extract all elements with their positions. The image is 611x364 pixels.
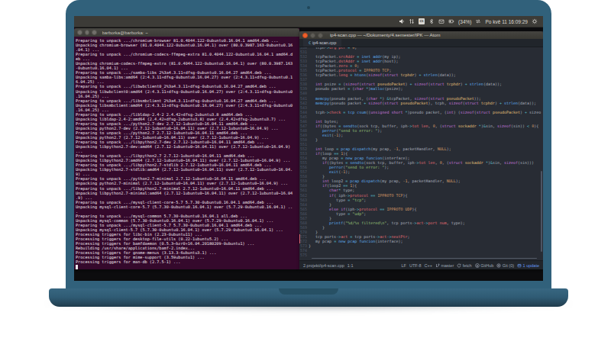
volume-icon[interactable] [399, 18, 405, 24]
branch-icon [435, 263, 440, 268]
session-gear-icon[interactable] [532, 18, 538, 24]
code-row: 575 [299, 253, 543, 257]
atom-maximize-button[interactable] [318, 33, 323, 38]
vertical-scrollbar[interactable] [541, 171, 542, 252]
github-icon [475, 263, 480, 268]
laptop-lid: cs (34%) Po kvě 11 16:09:29 [66, 0, 551, 288]
c-file-icon: C [309, 40, 311, 45]
status-encoding[interactable]: UTF-8 [409, 263, 422, 268]
laptop-base-notch [279, 288, 338, 295]
code-editor[interactable]: 530 tcph->urg_ptr = 0;531532 tcpPacket.s… [299, 47, 543, 260]
terminal-maximize-button[interactable] [92, 30, 97, 35]
terminal-minimize-button[interactable] [85, 30, 90, 35]
keyboard-layout-indicator[interactable]: cs [419, 18, 425, 24]
atom-window: ip4-scan.cpp — ~/Dokumenty/4.semester/IP… [299, 31, 543, 269]
terminal-output[interactable]: Preparing to unpack .../chromium-browser… [74, 37, 299, 269]
code-lines: 530 tcph->urg_ptr = 0;531532 tcpPacket.s… [299, 47, 543, 257]
status-fetch[interactable]: fetch [457, 263, 471, 268]
terminal-window: barborka@barborka: ~ Preparing to unpack… [74, 28, 299, 269]
status-grammar[interactable]: C++ [425, 263, 432, 268]
laptop-base [49, 288, 568, 307]
tab-ip4-scan-cpp[interactable]: C ip4-scan.cpp [303, 39, 341, 47]
git-icon [496, 263, 501, 268]
bluetooth-icon[interactable] [428, 18, 435, 24]
status-line-ending[interactable]: LF [402, 263, 406, 268]
status-updates[interactable]: 1 update [517, 263, 539, 268]
status-github[interactable]: GitHub [475, 263, 494, 268]
terminal-title: barborka@barborka: ~ [102, 31, 148, 35]
atom-tab-bar: C ip4-scan.cpp [299, 39, 543, 47]
sync-icon [457, 263, 461, 268]
tab-label: ip4-scan.cpp [312, 40, 336, 45]
atom-minimize-button[interactable] [310, 33, 315, 38]
horizontal-scrollbar[interactable] [312, 258, 537, 259]
status-cursor-position[interactable]: 1:1 [348, 263, 354, 268]
mail-icon[interactable] [438, 18, 445, 24]
battery-icon[interactable] [448, 18, 454, 24]
atom-titlebar[interactable]: ip4-scan.cpp — ~/Dokumenty/4.semester/IP… [299, 31, 543, 39]
terminal-cursor [76, 265, 78, 269]
screen: cs (34%) Po kvě 11 16:09:29 [74, 16, 543, 281]
battery-percentage: (34%) [458, 19, 471, 24]
layout-arrows-icon[interactable] [475, 18, 481, 24]
webcam-dot [307, 6, 310, 9]
terminal-close-button[interactable] [77, 30, 82, 35]
network-arrows-icon[interactable] [409, 18, 415, 24]
status-git-branch[interactable]: master [435, 263, 454, 268]
terminal-titlebar[interactable]: barborka@barborka: ~ [74, 28, 299, 37]
atom-close-button[interactable] [302, 33, 308, 38]
atom-title: ip4-scan.cpp — ~/Dokumenty/4.semester/IP… [330, 33, 441, 37]
atom-status-bar: 2.projekt/ip4-scan.cpp 1:1 LF UTF-8 C++ … [299, 260, 543, 269]
status-git-changes[interactable]: Git (0) [496, 263, 514, 268]
package-icon [517, 263, 522, 268]
status-file-path: 2.projekt/ip4-scan.cpp [303, 263, 344, 268]
top-panel: cs (34%) Po kvě 11 16:09:29 [74, 16, 543, 27]
clock[interactable]: Po kvě 11 16:09:29 [485, 19, 528, 24]
